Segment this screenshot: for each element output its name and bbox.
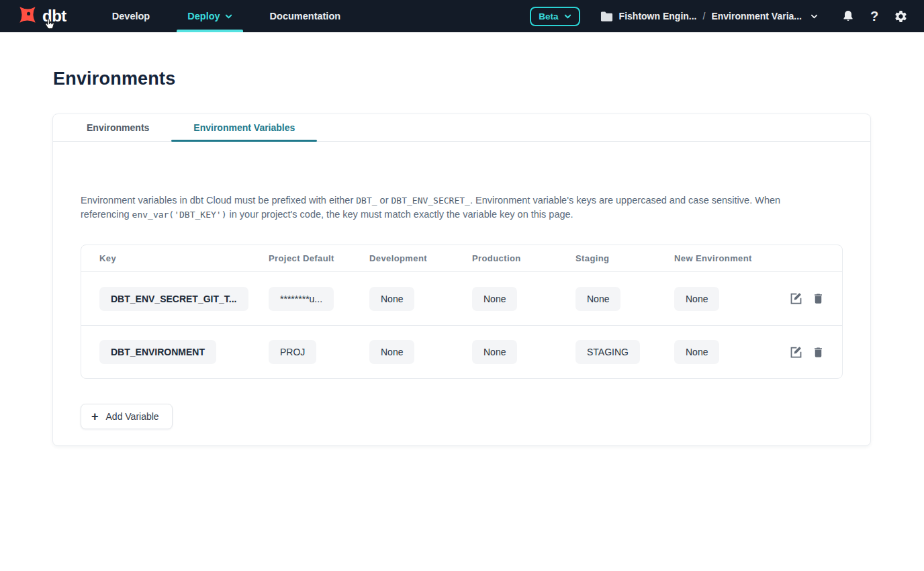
edit-icon[interactable] bbox=[789, 292, 803, 306]
dbt-logo-icon bbox=[16, 3, 39, 29]
dbt-logo[interactable]: dbt bbox=[16, 3, 66, 29]
plus-icon: + bbox=[91, 410, 99, 423]
env-var-staging: STAGING bbox=[575, 340, 640, 364]
environments-card: Environments Environment Variables Envir… bbox=[52, 114, 871, 446]
add-variable-button[interactable]: + Add Variable bbox=[81, 404, 173, 429]
breadcrumb: Fishtown Engin... / Environment Varia... bbox=[600, 11, 818, 22]
add-variable-label: Add Variable bbox=[106, 411, 159, 422]
settings-gear-icon[interactable] bbox=[892, 7, 909, 25]
env-var-new-environment: None bbox=[674, 287, 719, 311]
notifications-bell-icon[interactable] bbox=[839, 7, 857, 25]
code-env-var-example: env_var('DBT_KEY') bbox=[132, 210, 227, 220]
nav-item-develop[interactable]: Develop bbox=[101, 0, 160, 32]
main-content: Environments Environments Environment Va… bbox=[0, 69, 924, 446]
tab-bar: Environments Environment Variables bbox=[53, 114, 870, 142]
breadcrumb-page[interactable]: Environment Varia... bbox=[711, 11, 802, 21]
env-var-production: None bbox=[472, 287, 517, 311]
env-var-new-environment: None bbox=[674, 340, 719, 364]
env-var-production: None bbox=[472, 340, 517, 364]
col-header-staging: Staging bbox=[575, 253, 674, 263]
breadcrumb-separator: / bbox=[703, 11, 706, 21]
col-header-project-default: Project Default bbox=[269, 253, 369, 263]
chevron-down-icon bbox=[564, 13, 571, 20]
active-nav-underline bbox=[177, 30, 242, 32]
chevron-down-icon bbox=[225, 13, 232, 20]
tab-environment-variables[interactable]: Environment Variables bbox=[171, 114, 317, 141]
top-navbar: dbt Develop Deploy Documentation Beta bbox=[0, 0, 924, 32]
breadcrumb-project[interactable]: Fishtown Engin... bbox=[619, 11, 697, 21]
table-row: DBT_ENVIRONMENT PROJ None None STAGING N… bbox=[81, 325, 842, 378]
delete-trash-icon[interactable] bbox=[812, 292, 826, 306]
chevron-down-icon[interactable] bbox=[811, 13, 818, 20]
nav-item-documentation[interactable]: Documentation bbox=[259, 0, 352, 32]
env-var-key: DBT_ENV_SECRET_GIT_T... bbox=[99, 287, 248, 311]
table-header-row: Key Project Default Development Producti… bbox=[81, 245, 842, 272]
env-var-key: DBT_ENVIRONMENT bbox=[99, 340, 216, 364]
nav-item-deploy[interactable]: Deploy bbox=[177, 0, 242, 32]
page-title: Environments bbox=[53, 69, 924, 89]
folder-icon bbox=[600, 11, 613, 22]
col-header-key: Key bbox=[99, 253, 269, 263]
env-var-development: None bbox=[369, 287, 414, 311]
table-row: DBT_ENV_SECRET_GIT_T... ********u... Non… bbox=[81, 272, 842, 325]
env-var-staging: None bbox=[575, 287, 620, 311]
env-var-development: None bbox=[369, 340, 414, 364]
col-header-production: Production bbox=[472, 253, 575, 263]
help-question-icon[interactable]: ? bbox=[866, 7, 883, 25]
beta-dropdown[interactable]: Beta bbox=[530, 7, 580, 26]
env-vars-description: Environment variables in dbt Cloud must … bbox=[81, 193, 783, 222]
code-dbt-prefix: DBT_ bbox=[356, 195, 377, 206]
col-header-development: Development bbox=[369, 253, 472, 263]
dbt-wordmark: dbt bbox=[42, 8, 66, 24]
tab-environments[interactable]: Environments bbox=[64, 114, 171, 141]
delete-trash-icon[interactable] bbox=[812, 345, 826, 359]
col-header-new-environment: New Environment bbox=[674, 253, 787, 263]
env-variables-table: Key Project Default Development Producti… bbox=[81, 245, 843, 379]
edit-icon[interactable] bbox=[789, 345, 803, 359]
env-var-project-default: ********u... bbox=[269, 287, 334, 311]
code-dbt-env-secret-prefix: DBT_ENV_SECRET_ bbox=[391, 195, 470, 206]
env-var-project-default: PROJ bbox=[269, 340, 316, 364]
